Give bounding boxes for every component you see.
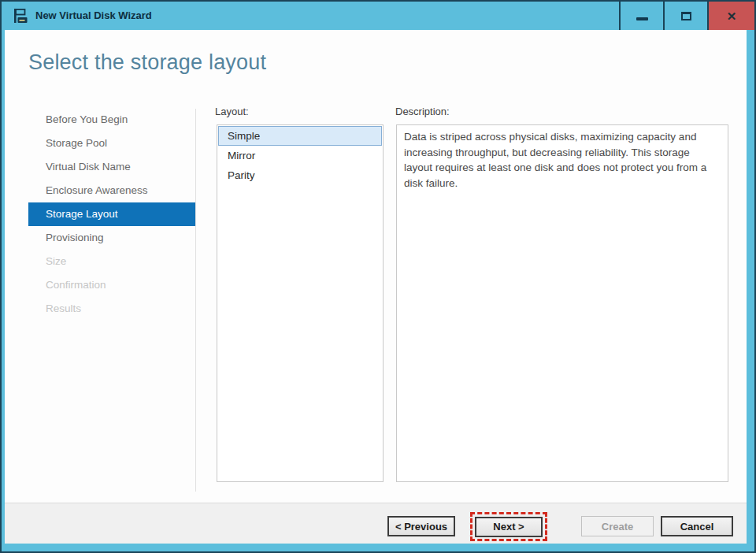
- page-title: Select the storage layout: [28, 50, 266, 75]
- wizard-content: Select the storage layout Before You Beg…: [5, 30, 747, 544]
- virtual-disk-wizard-icon: [13, 8, 28, 24]
- sidebar-item-enclosure-awareness[interactable]: Enclosure Awareness: [28, 179, 195, 202]
- description-box: Data is striped across physical disks, m…: [396, 124, 728, 482]
- sidebar-item-confirmation: Confirmation: [28, 273, 195, 297]
- close-icon: ✕: [727, 10, 737, 22]
- wizard-window: New Virtual Disk Wizard ✕ Select the sto…: [0, 0, 756, 553]
- layout-listbox: Simple Mirror Parity: [217, 124, 384, 482]
- next-button-highlight: Next >: [470, 512, 547, 541]
- minimize-button[interactable]: [619, 2, 663, 30]
- sidebar-separator: [195, 109, 196, 492]
- sidebar-item-storage-layout[interactable]: Storage Layout: [28, 202, 195, 226]
- sidebar-item-before-you-begin[interactable]: Before You Begin: [28, 108, 195, 132]
- layout-option-parity[interactable]: Parity: [218, 165, 382, 185]
- cancel-button[interactable]: Cancel: [661, 516, 733, 536]
- layout-option-mirror[interactable]: Mirror: [218, 146, 382, 165]
- sidebar-item-provisioning[interactable]: Provisioning: [28, 226, 195, 250]
- description-text: Data is striped across physical disks, m…: [404, 129, 721, 191]
- sidebar-item-size: Size: [28, 250, 195, 273]
- close-button[interactable]: ✕: [707, 2, 754, 30]
- create-button: Create: [581, 516, 654, 536]
- window-controls: ✕: [619, 2, 754, 30]
- next-button[interactable]: Next >: [475, 517, 543, 537]
- layout-label: Layout:: [215, 106, 249, 117]
- minimize-icon: [636, 17, 648, 20]
- titlebar: New Virtual Disk Wizard ✕: [2, 2, 754, 30]
- window-title: New Virtual Disk Wizard: [35, 2, 152, 30]
- wizard-steps-sidebar: Before You Begin Storage Pool Virtual Di…: [28, 108, 195, 321]
- maximize-button[interactable]: [663, 2, 707, 30]
- maximize-icon: [681, 12, 691, 20]
- previous-button[interactable]: < Previous: [387, 516, 455, 536]
- sidebar-item-storage-pool[interactable]: Storage Pool: [28, 132, 195, 155]
- layout-option-simple[interactable]: Simple: [218, 126, 382, 146]
- sidebar-item-virtual-disk-name[interactable]: Virtual Disk Name: [28, 155, 195, 179]
- sidebar-item-results: Results: [28, 297, 195, 321]
- footer-bar: < Previous Next > Create Cancel: [5, 503, 747, 544]
- description-label: Description:: [395, 106, 450, 117]
